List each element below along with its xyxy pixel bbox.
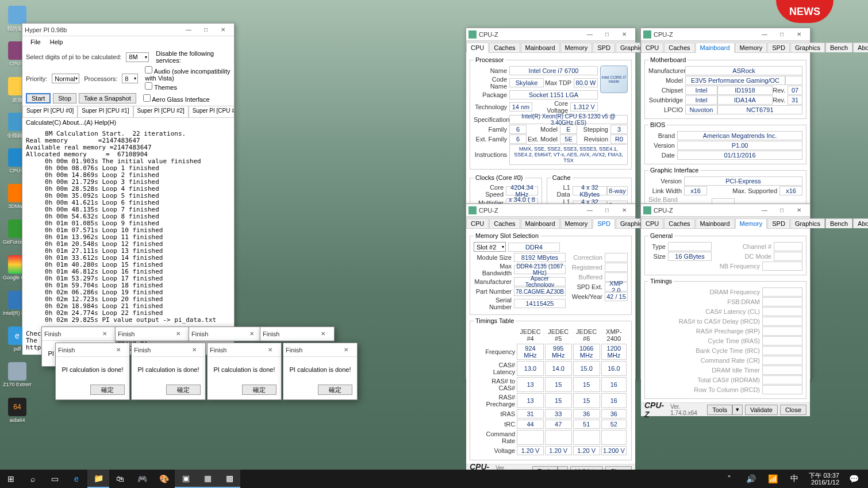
themes-checkbox[interactable]: Themes (145, 82, 231, 91)
maximize-button[interactable]: □ (598, 29, 616, 40)
start-button[interactable]: ⊞ (0, 470, 22, 488)
store-icon[interactable]: 🛍 (109, 470, 131, 488)
close-button[interactable]: ✕ (186, 344, 203, 356)
tab-caches[interactable]: Caches (489, 43, 520, 52)
slot-select[interactable]: Slot #2 (474, 242, 506, 252)
tab-cpu[interactable]: CPU (466, 43, 489, 53)
tab-mainboard[interactable]: Mainboard (521, 43, 560, 52)
tab-spd[interactable]: SPD (593, 218, 615, 229)
maximize-button[interactable]: □ (598, 205, 616, 216)
ok-button[interactable]: 確定 (90, 385, 125, 395)
close-button[interactable]: ✕ (790, 29, 808, 40)
aero-checkbox[interactable]: Aero Glass Interface (143, 96, 210, 103)
volume-icon[interactable]: 🔊 (740, 470, 762, 488)
tab-cpu[interactable]: CPU (641, 218, 663, 228)
ok-button[interactable]: 確定 (318, 385, 352, 395)
hp-tab[interactable]: Super PI [CPU #3] (189, 106, 234, 117)
priority-select[interactable]: Normal (52, 74, 79, 83)
notifications-icon[interactable]: 💬 (843, 470, 865, 488)
task-view-button[interactable]: ▭ (44, 470, 66, 488)
tools-dropdown[interactable]: ▾ (732, 405, 743, 415)
stop-button[interactable]: Stop (53, 93, 76, 103)
tab-spd[interactable]: SPD (767, 218, 790, 228)
processors-select[interactable]: 8 (122, 74, 138, 83)
taskbar-clock[interactable]: 下午 03:372016/1/12 (805, 472, 843, 486)
minimize-button[interactable]: — (581, 29, 598, 40)
search-button[interactable]: ⌕ (22, 470, 44, 488)
tools-button[interactable]: Tools (707, 405, 732, 415)
system-tray[interactable]: ˄ 🔊 📶 中 下午 03:372016/1/12 💬 (718, 470, 868, 488)
close-button[interactable]: ✕ (243, 328, 260, 340)
desktop-icon[interactable]: Z170 Extreme7+ (6, 362, 29, 391)
tab-memory[interactable]: Memory (560, 43, 593, 52)
snapshot-button[interactable]: Take a Snapshot (79, 93, 136, 103)
tab-caches[interactable]: Caches (489, 218, 520, 228)
hyperpi-titlebar[interactable]: Hyper PI 0.98b — □ ✕ (22, 24, 234, 36)
tab-about[interactable]: About (853, 43, 868, 52)
tab-graphics[interactable]: Graphics (790, 43, 825, 52)
hp-tab[interactable]: Super PI [CPU #0] (22, 106, 78, 117)
validate-button[interactable]: Validate (745, 405, 778, 415)
cpuz-taskbar-icon[interactable]: ▣ (175, 470, 197, 488)
network-icon[interactable]: 📶 (762, 470, 783, 488)
tab-caches[interactable]: Caches (664, 218, 694, 228)
maximize-button[interactable]: □ (197, 24, 214, 36)
hyperpi-title: Hyper PI 0.98b (25, 26, 180, 33)
explorer-icon[interactable]: 📁 (87, 470, 109, 488)
cpuz-icon (643, 30, 651, 39)
app-taskbar-icon[interactable]: ▩ (218, 470, 240, 488)
hp-tab[interactable]: Super PI [CPU #2] (133, 106, 189, 117)
tab-memory[interactable]: Memory (560, 218, 593, 228)
maximize-button[interactable]: □ (773, 29, 790, 40)
tab-memory[interactable]: Memory (735, 218, 767, 229)
tab-cpu[interactable]: CPU (466, 218, 489, 228)
hyperpi-taskbar-icon[interactable]: ▦ (197, 470, 218, 488)
digits-label: Select digits of pi to be calculated: (26, 53, 124, 60)
maximize-button[interactable]: □ (773, 205, 790, 216)
tab-mainboard[interactable]: Mainboard (696, 43, 735, 53)
menu-help[interactable]: Help (45, 37, 68, 47)
tab-cpu[interactable]: CPU (641, 43, 663, 52)
tab-bench[interactable]: Bench (825, 43, 852, 52)
digits-select[interactable]: 8M (126, 52, 149, 62)
close-button[interactable]: ✕ (616, 205, 633, 216)
ok-button[interactable]: 確定 (166, 385, 201, 395)
tab-spd[interactable]: SPD (767, 43, 790, 52)
tab-about[interactable]: About (853, 218, 868, 228)
app-icon[interactable]: 🎮 (131, 470, 153, 488)
close-button[interactable]: Close (780, 405, 806, 415)
finish-dialog: Finish✕ (260, 326, 335, 341)
edge-icon[interactable]: e (66, 470, 87, 488)
ime-icon[interactable]: 中 (783, 470, 805, 488)
close-button[interactable]: ✕ (110, 344, 127, 356)
tray-chevron-icon[interactable]: ˄ (718, 470, 740, 488)
close-button[interactable]: ✕ (214, 24, 232, 36)
close-button[interactable]: ✕ (790, 205, 808, 216)
tab-mainboard[interactable]: Mainboard (696, 218, 735, 228)
paint-icon[interactable]: 🎨 (153, 470, 175, 488)
close-button[interactable]: ✕ (170, 328, 187, 340)
tab-graphics[interactable]: Graphics (790, 218, 825, 228)
hyperpi-tabs: Super PI [CPU #0] Super PI [CPU #1] Supe… (22, 106, 234, 118)
menu-file[interactable]: File (26, 37, 45, 47)
ok-button[interactable]: 確定 (242, 385, 276, 395)
close-button[interactable]: ✕ (616, 29, 633, 40)
tab-mainboard[interactable]: Mainboard (521, 218, 560, 228)
desktop-icon[interactable]: 64aida64 (6, 398, 29, 426)
hp-tab[interactable]: Super PI [CPU #1] (78, 106, 133, 117)
audio-checkbox[interactable]: Audio (solve incompatibility with Vista) (145, 66, 231, 82)
close-button[interactable]: ✕ (337, 344, 355, 356)
tab-spd[interactable]: SPD (593, 43, 615, 52)
minimize-button[interactable]: — (180, 24, 197, 36)
tab-caches[interactable]: Caches (664, 43, 694, 52)
minimize-button[interactable]: — (756, 205, 773, 216)
tab-bench[interactable]: Bench (825, 218, 852, 228)
close-button[interactable]: ✕ (314, 328, 332, 340)
close-button[interactable]: ✕ (262, 344, 279, 356)
minimize-button[interactable]: — (756, 29, 773, 40)
start-button[interactable]: Start (26, 93, 51, 103)
tab-memory[interactable]: Memory (735, 43, 767, 52)
close-button[interactable]: ✕ (96, 328, 113, 340)
processors-label: Processors: (84, 75, 120, 82)
minimize-button[interactable]: — (581, 205, 598, 216)
